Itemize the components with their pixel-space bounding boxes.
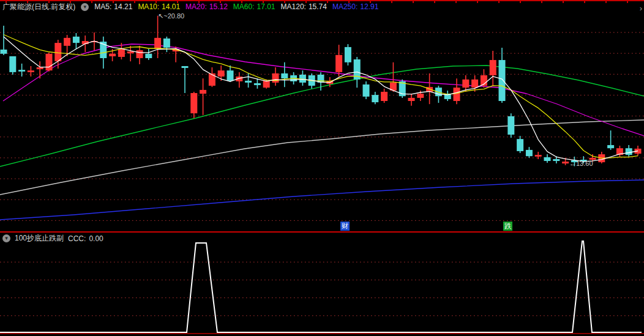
annotation-arrow-icon: ←	[569, 160, 576, 167]
ma120-readout: MA120:15.74	[281, 2, 327, 11]
event-marker-finance: 财	[340, 222, 350, 231]
ma10-readout: MA10:14.01	[138, 2, 180, 11]
ma5-readout: MA5:14.21	[94, 2, 132, 11]
high-price-annotation: ↖~20.80	[158, 12, 184, 20]
ma250-readout: MA250:12.91	[332, 2, 378, 11]
indicator-name: 100抄底止跌副	[15, 233, 64, 244]
window-top-border	[0, 0, 644, 1]
panel-divider	[0, 231, 644, 233]
low-price-annotation: ←13.60	[569, 160, 593, 167]
event-marker-drop: 跌	[503, 222, 512, 231]
main-chart-header: 广聚能源(日线.前复权) ▾ MA5:14.21 MA10:14.01 MA20…	[2, 2, 378, 12]
collapse-main-chart-icon[interactable]: ▾	[81, 3, 89, 11]
scroll-right-icon[interactable]: ›	[640, 4, 642, 13]
indicator-panel-header: ▾ 100抄底止跌副 CCC:0.00	[2, 234, 103, 243]
stock-title: 广聚能源(日线.前复权)	[2, 2, 75, 12]
stock-chart-window: 广聚能源(日线.前复权) ▾ MA5:14.21 MA10:14.01 MA20…	[0, 0, 644, 336]
chart-canvas[interactable]	[0, 0, 644, 336]
collapse-indicator-panel-icon[interactable]: ▾	[2, 234, 10, 242]
indicator-readout: CCC:0.00	[68, 234, 103, 243]
ma20-readout: MA20:15.12	[185, 2, 228, 11]
ma60-readout: MA60:17.01	[233, 2, 275, 11]
annotation-arrow-icon: ↖~	[158, 12, 168, 20]
